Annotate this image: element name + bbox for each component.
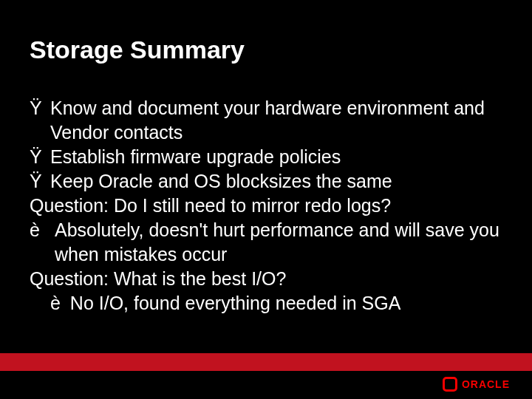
footer-red-bar <box>0 353 532 371</box>
arrow-icon: è <box>50 291 61 316</box>
question-line: Question: Do I still need to mirror redo… <box>30 194 502 218</box>
bullet-item: Ÿ Know and document your hardware enviro… <box>30 96 502 145</box>
slide-body: Ÿ Know and document your hardware enviro… <box>30 96 502 316</box>
arrow-icon: è <box>30 218 50 242</box>
oracle-logo-text: ORACLE <box>462 378 510 390</box>
oracle-logo: ORACLE <box>443 377 510 392</box>
answer-line: è No I/O, found everything needed in SGA <box>30 291 502 316</box>
bullet-item: Ÿ Establish firmware upgrade policies <box>30 145 502 169</box>
bullet-text: Keep Oracle and OS blocksizes the same <box>50 169 392 194</box>
bullet-text: Establish firmware upgrade policies <box>50 145 341 169</box>
bullet-glyph: Ÿ <box>30 169 50 194</box>
question-line: Question: What is the best I/O? <box>30 267 502 291</box>
question-text: Question: Do I still need to mirror redo… <box>30 194 391 218</box>
bullet-glyph: Ÿ <box>30 96 50 120</box>
answer-text: Absolutely, doesn't hurt performance and… <box>55 218 502 267</box>
bullet-text: Know and document your hardware environm… <box>50 96 502 145</box>
slide-title: Storage Summary <box>30 35 245 64</box>
answer-text: No I/O, found everything needed in SGA <box>70 291 401 316</box>
bullet-item: Ÿ Keep Oracle and OS blocksizes the same <box>30 169 502 194</box>
answer-text <box>65 291 70 316</box>
bullet-glyph: Ÿ <box>30 145 50 169</box>
answer-line: è Absolutely, doesn't hurt performance a… <box>30 218 502 267</box>
question-text: Question: What is the best I/O? <box>30 267 286 291</box>
oracle-logo-icon <box>443 377 457 392</box>
